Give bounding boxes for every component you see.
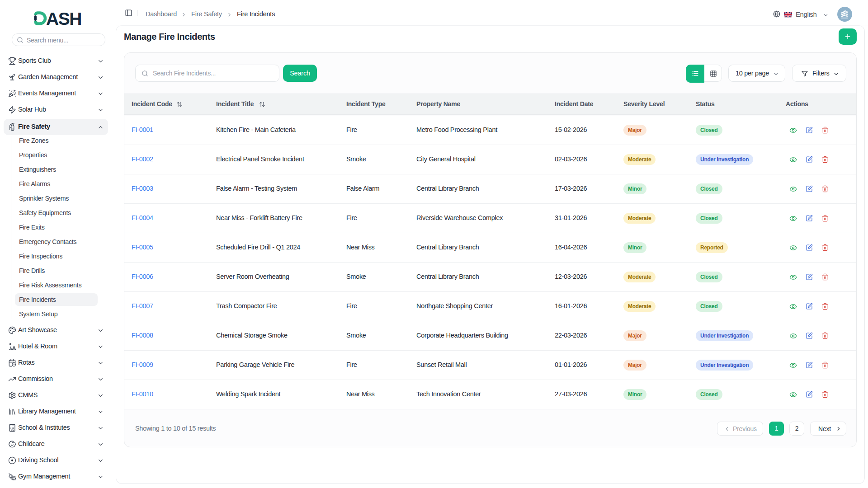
svg-text:ASH: ASH xyxy=(46,10,81,28)
